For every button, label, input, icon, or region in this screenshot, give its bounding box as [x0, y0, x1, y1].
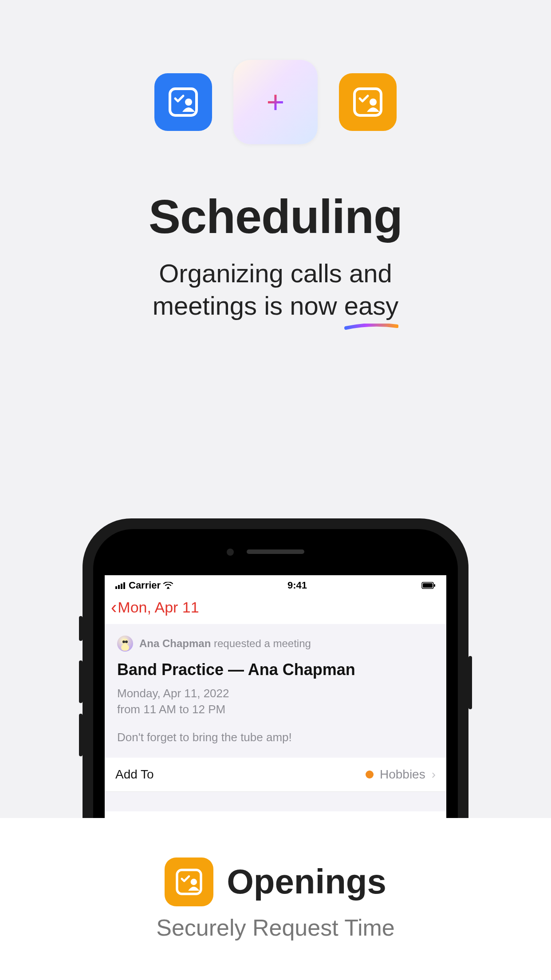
back-label: Mon, Apr 11 [118, 599, 199, 616]
hero-subtitle-line2-prefix: meetings is now [153, 291, 344, 320]
add-to-value: Hobbies [380, 767, 425, 782]
svg-rect-13 [121, 644, 129, 651]
svg-rect-11 [434, 584, 435, 587]
underline-swoosh-icon [344, 324, 399, 330]
meeting-note: Don't forget to bring the tube amp! [117, 729, 434, 745]
add-to-row[interactable]: Add To Hobbies › [105, 758, 446, 792]
phone-volume-down [79, 714, 83, 756]
plus-tile: + [233, 60, 318, 144]
avatar [117, 636, 133, 652]
svg-point-3 [370, 99, 377, 106]
section-spacer [105, 792, 446, 811]
requester-action: requested a meeting [211, 637, 311, 649]
banner-title: Openings [227, 861, 386, 902]
requester-row: Ana Chapman requested a meeting [117, 636, 434, 652]
banner-subtitle: Securely Request Time [156, 914, 395, 941]
meeting-date: Monday, Apr 11, 2022 [117, 685, 434, 701]
phone-power-button [468, 656, 472, 709]
svg-point-1 [185, 99, 192, 106]
hero-icon-row: + [0, 0, 551, 144]
svg-rect-6 [121, 584, 122, 589]
svg-rect-4 [115, 586, 117, 589]
svg-point-8 [167, 587, 169, 589]
chevron-left-icon: ‹ [111, 598, 117, 616]
requester-name: Ana Chapman [139, 637, 211, 649]
app-icon-orange [339, 73, 397, 131]
meeting-time: from 11 AM to 12 PM [117, 701, 434, 717]
phone-volume-up [79, 660, 83, 703]
status-bar: Carrier 9:41 [105, 575, 446, 594]
meeting-card: Ana Chapman requested a meeting Band Pra… [105, 624, 446, 758]
nav-bar: ‹ Mon, Apr 11 [105, 594, 446, 624]
svg-point-15 [125, 640, 128, 643]
svg-rect-7 [123, 582, 125, 589]
battery-icon [421, 582, 436, 589]
back-button[interactable]: ‹ Mon, Apr 11 [111, 598, 199, 616]
chevron-right-icon: › [432, 767, 436, 782]
add-to-label: Add To [115, 767, 154, 782]
carrier-label: Carrier [129, 580, 161, 591]
hero-subtitle-line1: Organizing calls and [159, 259, 392, 288]
phone-camera [227, 549, 234, 556]
phone-speaker [247, 549, 304, 554]
bottom-banner: Openings Securely Request Time [0, 818, 551, 980]
hero-subtitle: Organizing calls and meetings is now eas… [0, 257, 551, 322]
svg-rect-5 [118, 585, 120, 589]
meeting-title: Band Practice — Ana Chapman [117, 660, 434, 679]
calendar-color-dot [366, 771, 374, 778]
app-icon-blue [154, 73, 212, 131]
signal-icon [115, 582, 126, 589]
plus-icon: + [267, 84, 285, 120]
svg-point-22 [191, 878, 197, 885]
banner-app-icon [165, 858, 213, 906]
wifi-icon [163, 582, 173, 589]
svg-point-14 [122, 640, 125, 643]
status-time: 9:41 [287, 580, 307, 591]
hero-title: Scheduling [0, 189, 551, 244]
svg-rect-10 [423, 583, 433, 588]
phone-mute-switch [79, 616, 83, 641]
hero-subtitle-emphasis: easy [344, 291, 399, 320]
